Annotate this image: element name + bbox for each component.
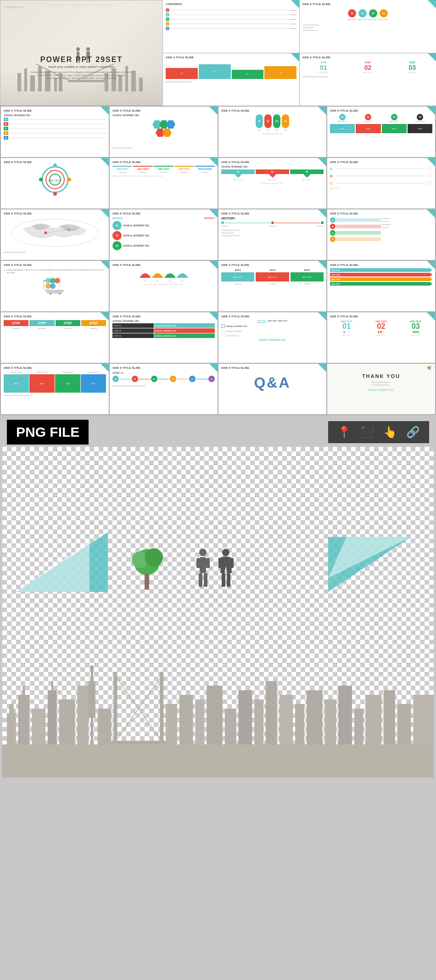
slide-metrics[interactable]: ADD A TITLE SLIDE METRICS METRICS 01 ASA… <box>110 209 218 260</box>
5items-content: ADD TEXT▬▬▬▬ ADD TEXT▬▬▬▬ ADD TEXT▬▬▬▬ A… <box>112 166 215 173</box>
slide-step-timeline[interactable]: ADD A TITLE SLIDE STEP >> 01 02 03 04 05… <box>110 364 218 414</box>
slide-qa-title: ADD A TITLE SLIDE <box>221 366 324 369</box>
thankyou-text: THANK YOU <box>330 373 432 379</box>
deco-blue-corner2 <box>328 537 411 594</box>
svg-rect-56 <box>196 558 200 568</box>
slide-qa[interactable]: ADD A TITLE SLIDE Q&A <box>218 364 326 414</box>
corner-decoration <box>427 158 435 166</box>
dots-nums-content: ADD TEXT 01 ADD TEXT ADD TEXT 02 <box>330 320 432 336</box>
thankyou-leaf: 🌿 <box>427 366 431 370</box>
slide-contents[interactable]: Contents 01 ━━━━━ 02 ━━━━━ <box>163 0 299 53</box>
slide-worldmap[interactable]: ADD A TITLE SLIDE ▬▬▬▬▬▬▬▬▬▬▬▬ <box>1 209 109 260</box>
hero-url: www.asadal.com for domain registration a… <box>5 77 158 79</box>
steps-text: ▬▬▬▬▬▬▬▬▬▬▬▬▬▬ <box>302 75 433 78</box>
slide-table-grid[interactable]: ADD A TITLE SLIDE 01 ADD TEXT 02 ADD TEX… <box>1 364 109 414</box>
slide-5items[interactable]: ADD A TITLE SLIDE ADD TEXT▬▬▬▬ ADD TEXT▬… <box>110 158 218 208</box>
hero-desc1: Asadal has been running one of the bigge… <box>5 70 158 74</box>
svg-point-43 <box>59 293 61 294</box>
top-right-thumbs: Contents 01 ━━━━━ 02 ━━━━━ <box>163 0 436 106</box>
timeline-content: 2012 ADD TEXT ▬▬▬▬ 2013 ADD TEXT ▬▬▬▬ 20… <box>221 269 324 285</box>
slide-contents-title: Contents <box>166 3 296 6</box>
corner-decoration <box>427 107 435 115</box>
slide-shopping[interactable]: ADD A TITLE SLIDE " asadal is Assistance… <box>1 261 109 311</box>
contents-item-3: 03 ━━━━━ <box>166 17 296 21</box>
steps-content: STEP 01 ADD TEXT STEP 02 ADD TEXT STEP 0… <box>302 61 433 73</box>
metrics-content: 01 ASADAL INTERNET INC. 02 ASADAL INTERN… <box>112 221 215 250</box>
dark-table-content: ASADAL INTERNET, INC. STEP 01 ASADAL INT… <box>112 320 215 338</box>
slide-worldmap-title: ADD A TITLE SLIDE <box>4 212 106 215</box>
svg-point-50 <box>145 548 163 567</box>
hex-text: ▬▬▬▬▬▬▬▬▬▬▬ <box>112 146 215 149</box>
svg-rect-60 <box>227 573 230 587</box>
slide-colorarrows[interactable]: ADD A TITLE SLIDE ADD TEXT ADD TEXT ADD … <box>327 261 435 311</box>
corner-decoration <box>101 158 109 166</box>
hero-slide[interactable]: asadal.com <box>0 0 163 106</box>
step-timeline-content: STEP >> 01 02 03 04 05 06 ▬▬▬▬▬▬▬▬▬▬▬▬▬▬… <box>112 372 215 387</box>
slide-barchart[interactable]: ADD A TITLE SLIDE 01 02 03 04 ▬▬▬▬▬▬▬▬▬▬… <box>163 53 299 106</box>
svg-rect-9 <box>68 80 105 82</box>
city-skyline-svg <box>2 621 434 777</box>
svg-rect-59 <box>222 573 225 587</box>
corner-decoration <box>101 107 109 115</box>
hero-subtitle: Insert your subtitle or main author's na… <box>5 65 158 68</box>
corner-decoration <box>318 364 326 372</box>
shopping-content: " asadal is Assistance to Seoul-Purosi, … <box>4 269 106 274</box>
4steps-content: STEP ▬▬▬▬ STEP ▬▬▬▬ STEP ▬▬▬▬ STEP ▬▬▬▬ <box>4 320 106 329</box>
slide-checklist[interactable]: ADD A TITLE SLIDE ADD TEXT ADD TEXT ADD … <box>218 312 326 363</box>
corner-decoration <box>291 0 299 8</box>
hexagons-group <box>112 118 215 146</box>
asadal-label3: ASADAL INTERNET, INC. <box>221 182 324 185</box>
slide-circles-row[interactable]: ADD A TITLE SLIDE 01ADD TEXT 02ADD TEXT … <box>300 0 436 53</box>
png-bar: PNG FILE 📍 ⬛ 👆 🔗 <box>2 417 434 447</box>
slide-hexagons[interactable]: ADD A TITLE SLIDE ASADAL INTERNET, INC. … <box>110 107 218 157</box>
slide-circular[interactable]: ADD A TITLE SLIDE ADD TEXT <box>1 158 109 208</box>
slide-step-timeline-title: ADD A TITLE SLIDE <box>112 366 215 369</box>
slide-circles-title: ADD A TITLE SLIDE <box>302 3 433 6</box>
slide-4steps[interactable]: ADD A TITLE SLIDE STEP ▬▬▬▬ STEP ▬▬▬▬ ST… <box>1 312 109 363</box>
abc-nums-content: A 01 B 02 C 03 ADD TEXT <box>330 165 432 190</box>
slide-dots-nums[interactable]: ADD A TITLE SLIDE ADD TEXT 01 ADD TEXT A… <box>327 312 435 363</box>
svg-marker-26 <box>166 120 175 129</box>
tags-content: 01 02 03 04 ▬▬▬▬▬▬ <box>330 217 432 242</box>
slide-timeline[interactable]: ADD A TITLE SLIDE 2012 ADD TEXT ▬▬▬▬ 201… <box>218 261 326 311</box>
slide-timeline-title: ADD A TITLE SLIDE <box>221 264 324 266</box>
svg-rect-15 <box>139 78 143 91</box>
slide-circles-text: ▬▬▬▬▬▬▬▬▬▬▬▬▬▬▬▬▬▬▬▬▬▬▬ <box>302 23 433 32</box>
cursor-icon: 👆 <box>383 426 397 439</box>
slide-dark-table[interactable]: ADD A TITLE SLIDE ASADAL INTERNET, INC. … <box>110 312 218 363</box>
slide-list-letters[interactable]: ADD A TITLE SLIDE ASADAL INTERNET, INC. … <box>1 107 109 157</box>
location-icon: 📍 <box>337 426 351 439</box>
svg-marker-47 <box>16 541 89 592</box>
contents-item-2: 02 ━━━━━ <box>166 13 296 17</box>
corner-decoration <box>318 209 326 218</box>
svg-point-52 <box>199 549 207 556</box>
deco-people-silhouettes <box>195 548 234 589</box>
svg-rect-68 <box>23 686 25 695</box>
svg-rect-5 <box>54 78 57 91</box>
worldmap-content: ▬▬▬▬▬▬▬▬▬▬▬▬ <box>4 217 106 253</box>
slide-dark-blocks[interactable]: ADD A TITLE SLIDE 01ADD TEXT 02ADD TEXT … <box>327 107 435 157</box>
barchart-content: 01 02 03 04 ▬▬▬▬▬▬▬▬▬▬▬▬▬▬ <box>166 61 296 83</box>
slide-history[interactable]: ADD A TITLE SLIDE HISTORY STEP 01STEP 02… <box>218 209 326 260</box>
corner-decoration <box>318 261 326 269</box>
deco-tree <box>131 548 163 591</box>
qa-label: Q&A <box>221 374 324 391</box>
slide-abc-nums[interactable]: ADD A TITLE SLIDE A 01 B 02 C 03 ADD T <box>327 158 435 208</box>
cityscape-checkered <box>2 621 434 777</box>
slide-checklist-title: ADD A TITLE SLIDE <box>221 315 324 318</box>
slide-tags[interactable]: ADD A TITLE SLIDE 01 02 03 <box>327 209 435 260</box>
hero-watermark: asadal.com <box>5 5 24 9</box>
contents-list: 01 ━━━━━ 02 ━━━━━ 03 ━━━━━ <box>166 7 296 31</box>
slide-capsules[interactable]: ADD A TITLE SLIDE 01 text 02 text 03 tex… <box>218 107 326 157</box>
slide-halfcircles[interactable]: ADD A TITLE SLIDE 01 02 <box>110 261 218 311</box>
hero-title-block: POWER PPT 29SET Insert your subtitle or … <box>0 56 162 79</box>
slide-steps[interactable]: ADD A TITLE SLIDE STEP 01 ADD TEXT STEP … <box>300 53 436 106</box>
svg-rect-101 <box>2 744 434 777</box>
slide-thankyou[interactable]: 🌿 THANK YOU ▬▬▬▬▬▬▬▬▬▬▬▬▬▬▬▬▬▬▬ ASADAL I… <box>327 364 435 414</box>
corner-decoration <box>209 209 218 218</box>
asadal-label2: ASADAL INTERNET, INC. <box>221 165 324 168</box>
slide-arrow-flow[interactable]: ADD A TITLE SLIDE ASADAL INTERNET, INC. … <box>218 158 326 208</box>
corner-decoration <box>209 364 218 372</box>
cart-icon <box>4 276 106 294</box>
svg-rect-66 <box>9 704 14 713</box>
